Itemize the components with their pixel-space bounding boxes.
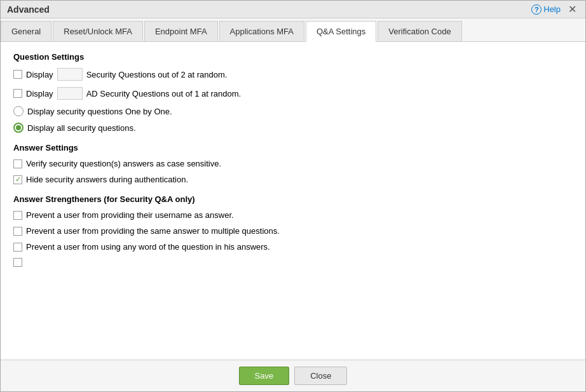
- prevent-question-word-row: Prevent a user from using any word of th…: [13, 242, 573, 252]
- radio-one-by-one[interactable]: [13, 106, 24, 116]
- save-button[interactable]: Save: [239, 367, 290, 385]
- verify-case-sensitive-checkbox[interactable]: [13, 159, 22, 168]
- question-settings-row2: Display AD Security Questions out of 1 a…: [13, 87, 573, 100]
- radio-one-by-one-label: Display security questions One by One.: [27, 107, 172, 116]
- extra-row-partial: [13, 258, 573, 267]
- prevent-username-row: Prevent a user from providing their user…: [13, 210, 573, 220]
- tab-verification-code[interactable]: Verification Code: [378, 21, 461, 41]
- prevent-username-checkbox[interactable]: [13, 211, 22, 220]
- display-ad-security-questions-checkbox[interactable]: [13, 89, 22, 98]
- answer-settings-title: Answer Settings: [13, 143, 573, 152]
- prevent-question-word-label: Prevent a user from using any word of th…: [26, 242, 270, 252]
- prevent-question-word-checkbox[interactable]: [13, 243, 22, 252]
- dialog: Advanced ? Help ✕ General Reset/Unlock M…: [0, 0, 586, 392]
- help-icon: ?: [531, 4, 542, 15]
- hide-security-answers-checkbox[interactable]: [13, 175, 22, 184]
- help-label: Help: [543, 4, 561, 14]
- prevent-username-label: Prevent a user from providing their user…: [26, 210, 234, 220]
- verify-case-sensitive-row: Verify security question(s) answers as c…: [13, 159, 573, 168]
- answer-strengtheners-title: Answer Strengtheners (for Security Q&A o…: [13, 194, 573, 204]
- prevent-same-answer-row: Prevent a user from providing the same a…: [13, 226, 573, 236]
- tabs-bar: General Reset/Unlock MFA Endpoint MFA Ap…: [1, 18, 585, 42]
- answer-strengtheners-section: Answer Strengtheners (for Security Q&A o…: [13, 194, 573, 267]
- radio-all-questions-row: Display all security questions.: [13, 123, 573, 133]
- close-button[interactable]: Close: [294, 367, 347, 385]
- prevent-same-answer-checkbox[interactable]: [13, 227, 22, 236]
- security-questions-suffix-1: Security Questions out of 2 at random.: [86, 70, 228, 79]
- answer-settings-section: Answer Settings Verify security question…: [13, 143, 573, 184]
- hide-security-answers-row: Hide security answers during authenticat…: [13, 175, 573, 184]
- question-settings-section: Question Settings Display Security Quest…: [13, 52, 573, 133]
- question-settings-title: Question Settings: [13, 52, 573, 62]
- help-link[interactable]: ? Help: [531, 4, 561, 15]
- tab-reset-unlock-mfa[interactable]: Reset/Unlock MFA: [53, 21, 143, 41]
- display-label-2: Display: [26, 89, 53, 98]
- extra-checkbox[interactable]: [13, 258, 22, 267]
- security-questions-suffix-2: AD Security Questions out of 1 at random…: [86, 89, 242, 98]
- tab-endpoint-mfa[interactable]: Endpoint MFA: [144, 21, 218, 41]
- close-dialog-button[interactable]: ✕: [566, 3, 579, 15]
- dialog-title: Advanced: [7, 4, 50, 15]
- radio-one-by-one-row: Display security questions One by One.: [13, 106, 573, 116]
- display-label-1: Display: [26, 70, 53, 79]
- tab-qa-settings[interactable]: Q&A Settings: [306, 21, 376, 42]
- radio-all-questions[interactable]: [13, 123, 24, 133]
- verify-case-sensitive-label: Verify security question(s) answers as c…: [26, 159, 221, 168]
- tab-general[interactable]: General: [1, 21, 51, 41]
- dialog-footer: Save Close: [1, 360, 585, 391]
- hide-security-answers-label: Hide security answers during authenticat…: [26, 175, 188, 184]
- security-questions-count-input[interactable]: [57, 68, 83, 81]
- radio-all-questions-label: Display all security questions.: [27, 123, 136, 133]
- title-bar-actions: ? Help ✕: [531, 3, 579, 15]
- title-bar: Advanced ? Help ✕: [1, 1, 585, 18]
- ad-security-questions-count-input[interactable]: [57, 87, 83, 100]
- display-security-questions-checkbox[interactable]: [13, 70, 22, 79]
- question-settings-row1: Display Security Questions out of 2 at r…: [13, 68, 573, 81]
- content-area: Question Settings Display Security Quest…: [1, 42, 585, 360]
- prevent-same-answer-label: Prevent a user from providing the same a…: [26, 226, 280, 236]
- tab-applications-mfa[interactable]: Applications MFA: [219, 21, 304, 41]
